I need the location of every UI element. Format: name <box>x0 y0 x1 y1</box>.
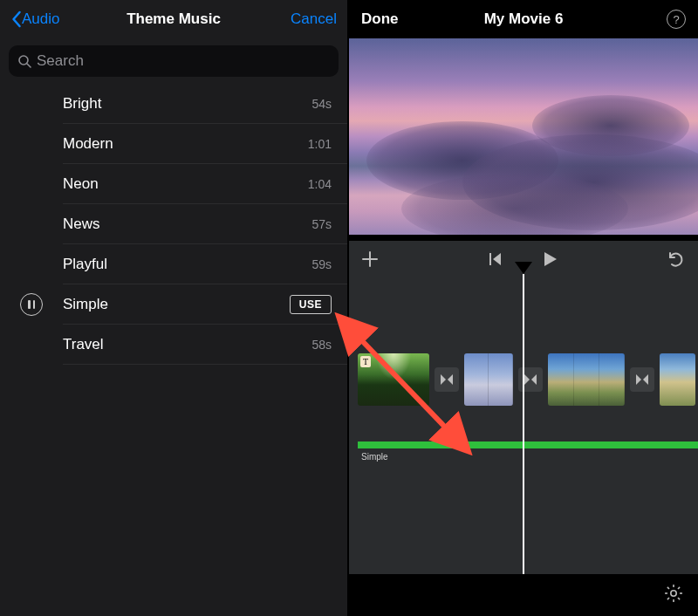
track-row[interactable]: Modern 1:01 <box>0 124 347 164</box>
track-row[interactable]: Playful 59s <box>0 244 347 284</box>
undo-button[interactable] <box>667 250 686 268</box>
track-duration: 59s <box>311 257 332 271</box>
play-button[interactable] <box>540 250 559 269</box>
track-name: Simple <box>63 296 290 313</box>
skip-back-button[interactable] <box>488 250 503 269</box>
use-button[interactable]: USE <box>290 295 332 314</box>
track-duration: 1:01 <box>308 137 332 151</box>
track-duration: 54s <box>311 97 332 111</box>
svg-line-1 <box>27 64 31 67</box>
track-duration: 58s <box>311 338 332 352</box>
title-badge: T <box>360 356 371 367</box>
svg-line-12 <box>667 598 669 599</box>
done-button[interactable]: Done <box>361 10 399 28</box>
video-clip[interactable] <box>660 353 695 406</box>
transition-button[interactable] <box>630 367 654 392</box>
svg-line-11 <box>678 598 680 599</box>
track-row-selected[interactable]: Simple USE <box>0 284 347 325</box>
gear-icon <box>663 583 684 604</box>
search-field[interactable] <box>9 45 339 77</box>
project-title: My Movie 6 <box>349 10 698 28</box>
track-row[interactable]: Neon 1:04 <box>0 164 347 204</box>
pause-button[interactable] <box>20 293 43 316</box>
svg-line-10 <box>667 587 669 589</box>
video-clip[interactable] <box>548 353 625 406</box>
transition-button[interactable] <box>435 367 459 392</box>
svg-point-5 <box>671 591 676 596</box>
svg-line-13 <box>678 587 680 589</box>
skip-back-icon <box>488 251 503 267</box>
track-row[interactable]: Bright 54s <box>0 84 347 124</box>
track-name: Neon <box>63 175 308 193</box>
pause-icon <box>28 300 31 309</box>
track-row[interactable]: Travel 58s <box>0 325 347 365</box>
transition-icon <box>524 373 537 386</box>
track-duration: 1:04 <box>308 177 332 191</box>
track-name: Playful <box>63 256 311 273</box>
track-name: Bright <box>63 95 311 113</box>
audio-track-label: Simple <box>361 452 388 462</box>
timeline[interactable]: T Simple <box>349 277 698 574</box>
undo-icon <box>667 250 686 268</box>
plus-icon <box>361 250 379 268</box>
back-label: Audio <box>22 10 59 28</box>
track-duration: 57s <box>311 217 332 231</box>
help-button[interactable]: ? <box>667 10 686 29</box>
settings-button[interactable] <box>663 583 684 607</box>
chevron-left-icon <box>10 10 22 28</box>
bottom-bar <box>349 574 698 616</box>
video-clip[interactable]: T <box>358 353 429 406</box>
transition-icon <box>635 373 649 386</box>
track-name: News <box>63 216 311 233</box>
video-clip[interactable] <box>464 353 514 406</box>
audio-track[interactable] <box>358 441 698 448</box>
track-row[interactable]: News 57s <box>0 204 347 244</box>
track-name: Modern <box>63 135 308 153</box>
video-preview[interactable] <box>349 38 698 235</box>
back-button[interactable]: Audio <box>10 10 59 28</box>
track-list: Bright 54s Modern 1:01 Neon 1:04 Ne <box>0 84 347 365</box>
svg-rect-4 <box>489 253 491 265</box>
playhead-marker-icon <box>515 262 532 274</box>
track-name: Travel <box>63 336 311 353</box>
search-input[interactable] <box>37 52 330 70</box>
playhead[interactable] <box>523 274 524 574</box>
transition-icon <box>440 373 454 386</box>
cancel-button[interactable]: Cancel <box>291 10 337 28</box>
play-icon <box>540 250 559 269</box>
add-media-button[interactable] <box>361 250 379 268</box>
search-icon <box>17 54 31 68</box>
